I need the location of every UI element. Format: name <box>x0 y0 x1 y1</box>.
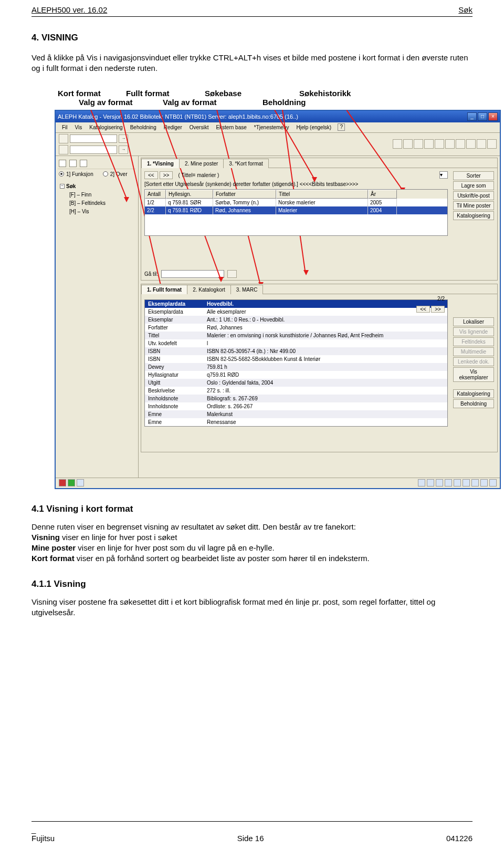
toolbar-tool-icon[interactable] <box>403 139 413 149</box>
table-row[interactable]: 2/2 q 759.81 RØD Rød, Johannes Malerier … <box>145 206 447 214</box>
detail-row[interactable]: ISBNISBN 82-525-5682-5Bokklubben Kunst &… <box>145 355 447 363</box>
btn-vis-eksemplarer[interactable]: Vis eksemplarer <box>453 367 494 382</box>
radio-over[interactable] <box>103 171 108 177</box>
detail-row[interactable]: Hyllasignaturq759.81 RØD <box>145 371 447 379</box>
detail-prev[interactable]: << <box>416 306 430 313</box>
tree-root[interactable]: Søk <box>66 182 76 191</box>
toolbar-go-2[interactable]: → <box>119 146 128 154</box>
toolbar-tool-icon[interactable] <box>424 139 434 149</box>
left-nav: 1] Funksjon 2] Over −Søk [F] – Finn [B] … <box>56 156 139 478</box>
detail-row[interactable]: Dewey759.81 h <box>145 363 447 371</box>
menu-hjelp[interactable]: Hjelp (engelsk) <box>293 123 334 131</box>
toolbar-input-1[interactable] <box>70 134 117 143</box>
mine-poster-label: Mine poster <box>32 543 76 552</box>
status-tool-icon[interactable] <box>463 479 470 486</box>
detail-row[interactable]: EmneRenessanse <box>145 418 447 426</box>
help-icon[interactable]: ? <box>338 123 345 131</box>
detail-row[interactable]: InnholdsnoteBibliografi: s. 267-269 <box>145 395 447 402</box>
btn-mine-poster[interactable]: Til Mine poster <box>453 201 494 210</box>
toolbar-icon-2[interactable] <box>59 145 68 154</box>
detail-next[interactable]: >> <box>431 306 445 313</box>
tab-marc[interactable]: 3. MARC <box>230 285 264 294</box>
tree-item-vis[interactable]: [H] – Vis <box>69 208 136 216</box>
toolbar-tool-icon[interactable] <box>393 139 402 149</box>
detail-row[interactable]: ForfatterRød, Johannes <box>145 324 447 332</box>
detail-row[interactable]: Beskrivelse272 s. : ill. <box>145 387 447 395</box>
status-icon[interactable] <box>77 479 84 486</box>
menu-oversikt[interactable]: Oversikt <box>186 123 212 131</box>
table-row[interactable]: 1/2 q 759.81 SØR Sørbø, Tommy (n.) Norsk… <box>145 199 447 206</box>
toolbar-icon[interactable] <box>59 134 68 143</box>
toolbar-tool-icon[interactable] <box>445 139 455 149</box>
btn-katalogisering[interactable]: Katalogisering <box>453 211 494 220</box>
goto-button[interactable] <box>227 270 237 278</box>
menu-ekstern-base[interactable]: Ekstern base <box>213 123 249 131</box>
nav-tab-icon[interactable] <box>80 160 87 167</box>
tab-visning[interactable]: 1. *Visning <box>141 159 180 168</box>
btn-multimedie[interactable]: Multimedie <box>453 347 494 356</box>
tree-collapse-icon[interactable]: − <box>60 184 65 189</box>
detail-row[interactable]: TittelMalerier : en omvisning i norsk ku… <box>145 332 447 339</box>
status-icon[interactable] <box>68 479 75 486</box>
menu-beholdning[interactable]: Beholdning <box>127 123 160 131</box>
menu-vis[interactable]: Vis <box>72 123 86 131</box>
detail-row[interactable]: Utv. kodefeltl <box>145 339 447 347</box>
toolbar-input-2[interactable] <box>70 146 117 154</box>
col-forfatter[interactable]: Forfatter <box>213 190 276 199</box>
prev-page-button[interactable]: << <box>144 171 158 179</box>
radio-funksjon[interactable] <box>59 171 64 177</box>
toolbar-tool-icon[interactable] <box>466 139 476 149</box>
menubar[interactable]: Fil Vis Katalogisering Beholdning Redige… <box>56 122 500 133</box>
btn-utskrift[interactable]: Utskrift/e-post <box>453 191 494 200</box>
close-button[interactable]: × <box>488 112 498 121</box>
section-title: 4. VISNING <box>32 33 472 43</box>
tab-mine-poster[interactable]: 2. Mine poster <box>179 159 224 168</box>
next-page-button[interactable]: >> <box>160 171 173 179</box>
col-tittel[interactable]: Tittel <box>276 190 368 199</box>
toolbar-tool-icon[interactable] <box>456 139 465 149</box>
tab-katalogkort[interactable]: 2. Katalogkort <box>187 285 231 294</box>
col-antall[interactable]: Antall <box>145 190 166 199</box>
col-hyllesign[interactable]: Hyllesign. <box>166 190 213 199</box>
menu-fil[interactable]: Fil <box>59 123 71 131</box>
status-tool-icon[interactable] <box>489 479 497 486</box>
btn-beholdning[interactable]: Beholdning <box>453 399 494 408</box>
tab-kort-format[interactable]: 3. *Kort format <box>223 159 268 168</box>
btn-lenkede-dok[interactable]: Lenkede dok. <box>453 357 494 366</box>
detail-row[interactable]: EksemplarAnt.: 1 Utl.: 0 Res.: 0 - Hoved… <box>145 316 447 324</box>
toolbar-tool-icon[interactable] <box>435 139 444 149</box>
maximize-button[interactable]: □ <box>478 112 487 121</box>
status-tool-icon[interactable] <box>480 479 488 486</box>
status-tool-icon[interactable] <box>445 479 452 486</box>
col-ar[interactable]: År <box>368 190 397 199</box>
detail-row[interactable]: ISBNISBN 82-05-30957-4 (ib.) : Nkr 499.0… <box>145 347 447 355</box>
btn-vis-lignende[interactable]: Vis lignende <box>453 327 494 336</box>
detail-row[interactable]: InnholdsnoteOrdliste: s. 266-267 <box>145 402 447 410</box>
btn-feltindeks[interactable]: Feltindeks <box>453 337 494 346</box>
status-icon[interactable] <box>59 479 66 486</box>
tab-fullt-format[interactable]: 1. Fullt format <box>141 285 187 294</box>
btn-sorter[interactable]: Sorter <box>453 171 494 180</box>
btn-lagre-som[interactable]: Lagre som <box>453 181 494 190</box>
minimize-button[interactable]: _ <box>467 112 477 121</box>
detail-row[interactable]: EksemplardataAlle eksemplarer <box>145 308 447 316</box>
nav-tab-icon[interactable] <box>59 160 66 167</box>
toolbar-tool-icon[interactable] <box>477 139 486 149</box>
detail-row[interactable]: EmneMalerkunst <box>145 410 447 418</box>
goto-input[interactable] <box>161 270 224 278</box>
menu-katalogisering[interactable]: Katalogisering <box>86 123 125 131</box>
status-tool-icon[interactable] <box>454 479 461 486</box>
toolbar-tool-icon[interactable] <box>414 139 423 149</box>
btn-lokaliser[interactable]: Lokaliser <box>453 317 494 326</box>
btn-katalogisering-2[interactable]: Katalogisering <box>453 389 494 398</box>
detail-row[interactable]: UtgittOslo : Gyldendal fakta, 2004 <box>145 379 447 387</box>
status-tool-icon[interactable] <box>471 479 479 486</box>
nav-tab-icon[interactable] <box>69 160 77 167</box>
status-tool-icon[interactable] <box>418 479 425 486</box>
status-tool-icon[interactable] <box>427 479 434 486</box>
dropdown-icon[interactable]: ▾ <box>439 171 448 179</box>
status-tool-icon[interactable] <box>436 479 443 486</box>
toolbar-tool-icon[interactable] <box>487 139 497 149</box>
detail-header-val: Hovedbibl. <box>204 300 447 308</box>
footer-center: Side 16 <box>237 834 264 843</box>
